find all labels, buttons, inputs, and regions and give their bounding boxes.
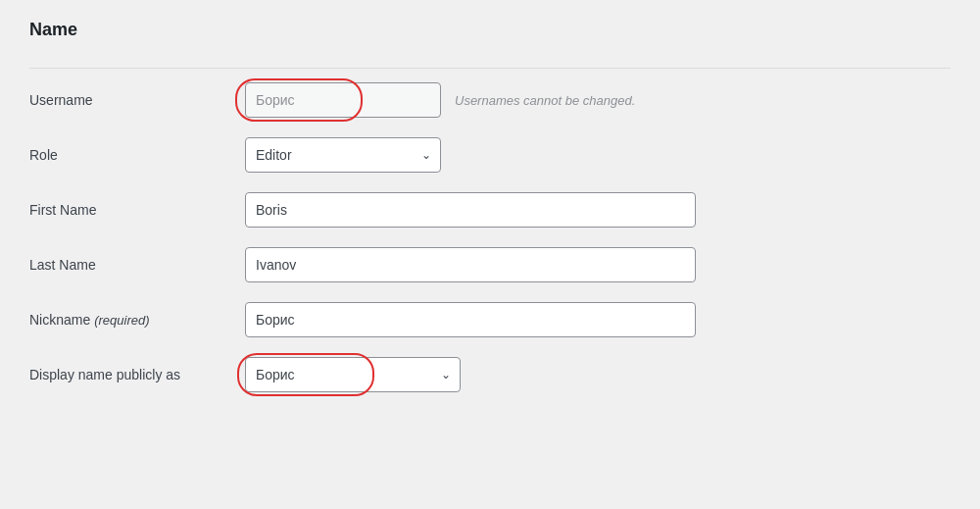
last-name-row: Last Name — [29, 245, 951, 284]
username-row: Username Usernames cannot be changed. — [29, 80, 951, 120]
name-section: Name Username Usernames cannot be change… — [0, 0, 980, 430]
role-row: Role Editor Administrator Author Contrib… — [29, 135, 951, 175]
display-name-label: Display name publicly as — [29, 367, 245, 382]
username-label: Username — [29, 92, 245, 108]
nickname-row: Nickname (required) — [29, 300, 951, 339]
first-name-row: First Name — [29, 190, 951, 229]
divider — [29, 68, 951, 69]
first-name-input[interactable] — [245, 192, 696, 228]
role-field: Editor Administrator Author Contributor … — [245, 137, 951, 173]
display-name-select[interactable]: Борис Boris Boris Ivanov Ivanov — [245, 357, 461, 392]
username-helper-text: Usernames cannot be changed. — [455, 93, 635, 108]
role-select-wrapper: Editor Administrator Author Contributor … — [245, 137, 441, 173]
role-select[interactable]: Editor Administrator Author Contributor … — [245, 137, 441, 173]
first-name-label: First Name — [29, 202, 245, 218]
nickname-field — [245, 302, 951, 337]
role-label: Role — [29, 147, 245, 163]
username-input[interactable] — [245, 82, 441, 118]
last-name-label: Last Name — [29, 257, 245, 273]
nickname-label: Nickname (required) — [29, 312, 245, 328]
display-name-select-wrapper: Борис Boris Boris Ivanov Ivanov ⌄ — [245, 357, 461, 392]
last-name-input[interactable] — [245, 247, 696, 282]
nickname-input[interactable] — [245, 302, 696, 337]
display-name-field: Борис Boris Boris Ivanov Ivanov ⌄ — [245, 357, 951, 392]
last-name-field — [245, 247, 951, 282]
section-title: Name — [29, 20, 951, 48]
username-field: Usernames cannot be changed. — [245, 82, 951, 118]
display-name-row: Display name publicly as Борис Boris Bor… — [29, 355, 951, 394]
first-name-field — [245, 192, 951, 228]
username-input-wrapper — [245, 82, 441, 118]
